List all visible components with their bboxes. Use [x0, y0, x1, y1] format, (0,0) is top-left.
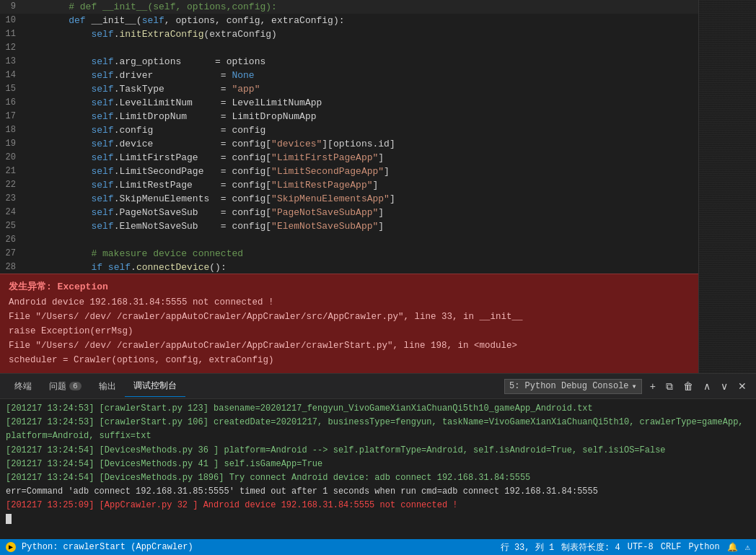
- status-bar: ▶ Python: crawlerStart (AppCrawler) 行 33…: [0, 539, 756, 555]
- tabs-container: 终端问题6输出调试控制台: [6, 375, 185, 397]
- line-content: self.LimitSecondPage = config["LimitSeco…: [43, 165, 698, 178]
- code-line: 13 self.arg_options = options: [0, 55, 698, 69]
- line-gutter: 24: [0, 206, 43, 219]
- traceback-line: raise Exception(errMsg): [9, 324, 690, 338]
- terminal-panel: 终端问题6输出调试控制台 5: Python Debug Console ▾ +…: [0, 373, 756, 539]
- code-line: 26: [0, 233, 698, 247]
- code-line: 14 self.driver = None: [0, 69, 698, 82]
- cursor-block: [6, 514, 12, 524]
- warnings-icon: ⚠: [745, 542, 750, 553]
- line-gutter: 26: [0, 233, 43, 247]
- status-left: ▶ Python: crawlerStart (AppCrawler): [6, 542, 193, 552]
- code-line: 11 self.initExtraConfig(extraConfig): [0, 27, 698, 41]
- debug-icon: ▶: [6, 542, 16, 552]
- line-number: 11: [0, 27, 22, 41]
- terminal-dropdown-label: 5: Python Debug Console: [509, 381, 629, 391]
- line-gutter: 16: [0, 96, 43, 110]
- code-line: 20 self.LimitFirstPage = config["LimitFi…: [0, 151, 698, 165]
- line-gutter: 9: [0, 0, 43, 14]
- traceback-line: File "/Users/ /dev/ /crawler/appAutoCraw…: [9, 310, 690, 324]
- code-line: 15 self.TaskType = "app": [0, 82, 698, 96]
- language-indicator: Python: [689, 542, 720, 552]
- line-number: 16: [0, 96, 22, 110]
- close-terminal-button[interactable]: ✕: [734, 379, 750, 393]
- trash-terminal-button[interactable]: 🗑: [680, 379, 697, 393]
- terminal-content[interactable]: [201217 13:24:53] [crawlerStart.py 123] …: [0, 399, 756, 539]
- line-content: self.initExtraConfig(extraConfig): [43, 27, 698, 41]
- code-line: 22 self.LimitRestPage = config["LimitRes…: [0, 178, 698, 192]
- log-line: [201217 13:24:54] [DevicesMethods.py 36 …: [6, 444, 750, 458]
- split-terminal-button[interactable]: ⧉: [662, 379, 677, 394]
- log-line: err=Command 'adb connect 192.168.31.85:5…: [6, 485, 750, 499]
- terminal-tab-问题[interactable]: 问题6: [40, 376, 90, 397]
- line-number: 23: [0, 192, 22, 206]
- line-content: def __init__(self, options, config, extr…: [43, 14, 698, 27]
- terminal-actions: + ⧉ 🗑 ∧ ∨ ✕: [646, 379, 750, 394]
- code-line: 17 self.LimitDropNum = LimitDropNumApp: [0, 110, 698, 123]
- error-message: Android device 192.168.31.84:5555 not co…: [9, 295, 690, 310]
- tab-badge: 6: [69, 382, 82, 390]
- line-number: 24: [0, 206, 22, 219]
- chevron-up-button[interactable]: ∧: [700, 379, 714, 393]
- line-gutter: 10: [0, 14, 43, 27]
- line-gutter: 21: [0, 165, 43, 178]
- line-content: self.LimitDropNum = LimitDropNumApp: [43, 110, 698, 123]
- add-terminal-button[interactable]: +: [646, 379, 659, 393]
- line-number: 22: [0, 178, 22, 192]
- log-line: [201217 13:24:54] [DevicesMethods.py 41 …: [6, 458, 750, 471]
- terminal-tab-终端[interactable]: 终端: [6, 376, 40, 397]
- line-content: self.config = config: [43, 123, 698, 137]
- terminal-tabs: 终端问题6输出调试控制台 5: Python Debug Console ▾ +…: [0, 374, 756, 399]
- line-number: 13: [0, 55, 22, 69]
- line-gutter: 12: [0, 41, 43, 55]
- traceback-line: File "/Users/ /dev/ /crawler/appAutoCraw…: [9, 338, 690, 353]
- error-panel: 发生异常: Exception Android device 192.168.3…: [0, 274, 698, 373]
- line-content: self.PageNotSaveSub = config["PageNotSav…: [43, 206, 698, 219]
- debug-label: Python: crawlerStart (AppCrawler): [22, 542, 193, 552]
- terminal-dropdown[interactable]: 5: Python Debug Console ▾: [504, 379, 642, 394]
- line-gutter: 27: [0, 247, 43, 261]
- indent-indicator: 制表符长度: 4: [561, 541, 620, 554]
- line-gutter: 23: [0, 192, 43, 206]
- line-number: 9: [0, 0, 22, 14]
- terminal-tab-调试控制台[interactable]: 调试控制台: [125, 375, 185, 397]
- line-gutter: 28: [0, 261, 43, 274]
- line-gutter: 17: [0, 110, 43, 123]
- line-content: self.arg_options = options: [43, 55, 698, 69]
- chevron-down-button[interactable]: ∨: [717, 379, 731, 393]
- line-gutter: 22: [0, 178, 43, 192]
- line-content: [43, 233, 698, 247]
- line-number: 18: [0, 123, 22, 137]
- minimap: [698, 0, 756, 373]
- code-lines: 9 # def __init__(self, options,config):1…: [0, 0, 698, 274]
- log-line: [201217 13:25:09] [AppCrawler.py 32 ] An…: [6, 499, 750, 512]
- error-traceback: File "/Users/ /dev/ /crawler/appAutoCraw…: [9, 310, 690, 367]
- line-number: 20: [0, 151, 22, 165]
- code-line: 19 self.device = config["devices"][optio…: [0, 137, 698, 151]
- log-line: [201217 13:24:53] [crawlerStart.py 123] …: [6, 402, 750, 416]
- code-line: 18 self.config = config: [0, 123, 698, 137]
- line-content: self.TaskType = "app": [43, 82, 698, 96]
- code-line: 27 # makesure device connected: [0, 247, 698, 261]
- line-number: 12: [0, 41, 22, 55]
- code-line: 24 self.PageNotSaveSub = config["PageNot…: [0, 206, 698, 219]
- line-content: self.LimitRestPage = config["LimitRestPa…: [43, 178, 698, 192]
- terminal-tab-输出[interactable]: 输出: [90, 376, 125, 397]
- code-line: 9 # def __init__(self, options,config):: [0, 0, 698, 14]
- line-number: 27: [0, 247, 22, 261]
- line-content: self.LevelLimitNum = LevelLimitNumApp: [43, 96, 698, 110]
- line-content: [43, 41, 698, 55]
- line-gutter: 11: [0, 27, 43, 41]
- line-content: if self.connectDevice():: [43, 261, 698, 274]
- line-number: 14: [0, 69, 22, 82]
- notifications-icon: 🔔: [727, 542, 738, 553]
- traceback-line: scheduler = Crawler(options, config, ext…: [9, 353, 690, 367]
- chevron-down-icon: ▾: [632, 381, 637, 392]
- log-line: [201217 13:24:53] [crawlerStart.py 106] …: [6, 416, 750, 443]
- line-number: 28: [0, 261, 22, 274]
- line-number: 26: [0, 233, 22, 247]
- code-line: 21 self.LimitSecondPage = config["LimitS…: [0, 165, 698, 178]
- code-panel: 9 # def __init__(self, options,config):1…: [0, 0, 698, 373]
- terminal-selector: 5: Python Debug Console ▾ + ⧉ 🗑 ∧ ∨ ✕: [504, 379, 750, 394]
- code-line: 23 self.SkipMenuElements = config["SkipM…: [0, 192, 698, 206]
